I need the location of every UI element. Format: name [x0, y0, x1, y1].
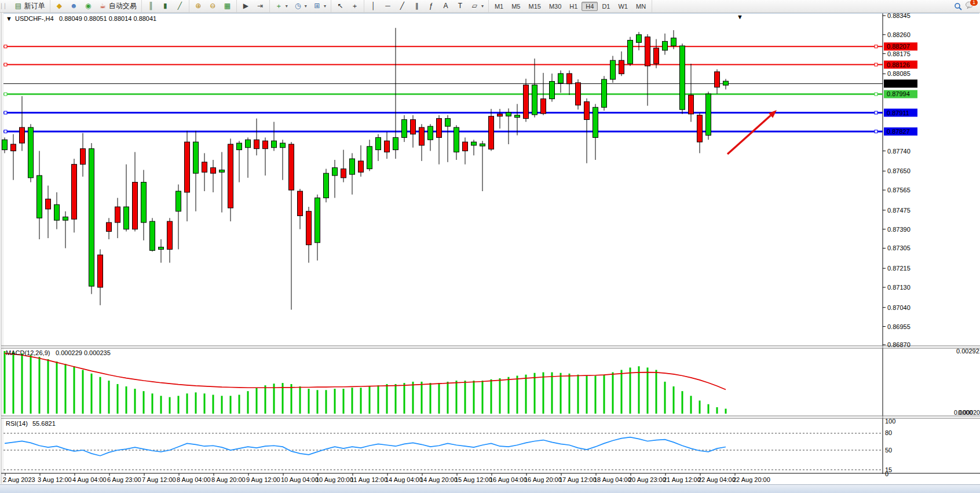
- candle-body: [107, 222, 112, 231]
- shapes-icon[interactable]: ▱▾: [467, 1, 487, 12]
- toolbar-drag-handle[interactable]: ▏▏: [1, 3, 8, 9]
- candle-body: [298, 191, 303, 216]
- tile-windows-icon[interactable]: ▦: [220, 1, 235, 12]
- rsi-panel: 1008050150: [3, 418, 895, 477]
- vertical-line-icon[interactable]: │: [366, 1, 381, 12]
- candle-body: [532, 85, 537, 115]
- chevron-down-icon: ▾: [481, 3, 484, 9]
- auto-scroll-icon[interactable]: ▶: [239, 1, 253, 12]
- candle-body: [350, 159, 355, 174]
- price-axis: 0.882070.881260.880410.879940.879110.878…: [883, 13, 917, 348]
- chart-menu-triangle[interactable]: ▼: [6, 15, 12, 22]
- line-chart-icon[interactable]: ╱: [173, 1, 187, 12]
- timeframe-h1[interactable]: H1: [565, 2, 582, 11]
- time-tick-label: 7 Aug 12:00: [142, 476, 176, 483]
- candle-body: [124, 207, 129, 229]
- timeframe-mn[interactable]: MN: [632, 2, 650, 11]
- price-tick-label: 0.86955: [887, 323, 910, 330]
- macd-signal-line: [5, 353, 726, 390]
- macd-panel: 0.0029210.00000.000206: [5, 348, 980, 416]
- main-toolbar: ▏▏ ▤新订单◆☻◉☕自动交易║▮╱⊕⊖▦▶⇥＋▾◷▾⊞▾↖＋│─╱∥ƒAT▱▾…: [0, 0, 980, 13]
- time-tick-label: 2 Aug 2023: [3, 476, 35, 483]
- price-tick-label: 0.87130: [887, 284, 910, 291]
- publish-icon[interactable]: ◆: [52, 1, 67, 12]
- macd-axis-bottom: 0.000206: [958, 409, 980, 416]
- rsi-axis-label: 50: [885, 447, 892, 454]
- rsi-axis-label: 80: [885, 429, 892, 436]
- timeframe-d1[interactable]: D1: [598, 2, 614, 11]
- chart-canvas[interactable]: 0.0029210.00000.000206 1008050150 0.8820…: [0, 13, 980, 484]
- bar-chart-icon[interactable]: ║: [144, 1, 158, 12]
- fibonacci-icon[interactable]: ƒ: [424, 1, 438, 12]
- timeframe-w1[interactable]: W1: [614, 2, 632, 11]
- autotrade-button[interactable]: ☕自动交易: [96, 0, 140, 12]
- indicators-icon[interactable]: ＋▾: [272, 1, 291, 12]
- horizontal-line-icon[interactable]: ─: [381, 1, 395, 12]
- publish-icon: ◆: [55, 2, 64, 10]
- signal-icon[interactable]: ◉: [81, 1, 96, 12]
- price-badge-label: 0.87911: [887, 109, 909, 116]
- profile-icon: ☻: [70, 2, 78, 10]
- timeframe-m30[interactable]: M30: [545, 2, 565, 11]
- line-end-marker[interactable]: [875, 63, 877, 66]
- price-badge-label: 0.87827: [887, 128, 910, 135]
- templates-icon[interactable]: ⊞▾: [310, 1, 329, 12]
- profile-icon[interactable]: ☻: [67, 1, 81, 12]
- candle-body: [506, 112, 511, 116]
- time-tick-label: 18 Aug 04:00: [594, 476, 631, 483]
- price-tick-label: 0.87390: [887, 226, 910, 233]
- line-end-marker[interactable]: [875, 111, 877, 114]
- candle-body: [419, 127, 425, 145]
- notification-badge: 1: [970, 0, 978, 6]
- auto-scroll-icon: ▶: [242, 2, 250, 10]
- equidistant-channel-icon[interactable]: ∥: [409, 1, 424, 12]
- line-end-marker[interactable]: [4, 130, 7, 133]
- candle-body: [246, 140, 251, 148]
- candle-body: [498, 114, 503, 116]
- text-icon[interactable]: A: [438, 1, 453, 12]
- price-tick-label: 0.87565: [887, 187, 910, 193]
- line-end-marker[interactable]: [4, 111, 7, 114]
- timeframe-m1[interactable]: M1: [491, 2, 507, 11]
- candle-body: [72, 165, 77, 220]
- line-end-marker[interactable]: [875, 93, 877, 96]
- tile-windows-icon: ▦: [223, 2, 232, 10]
- window-bottom-edge: [0, 484, 980, 493]
- candle-body: [211, 167, 216, 173]
- candle-body: [159, 247, 164, 250]
- line-end-marker[interactable]: [875, 45, 877, 48]
- new-order-button[interactable]: ▤新订单: [11, 0, 48, 12]
- timeframe-m5[interactable]: M5: [507, 2, 524, 11]
- search-icon[interactable]: [951, 1, 965, 12]
- price-tick-label: 0.87475: [887, 207, 910, 214]
- zoom-out-icon[interactable]: ⊖: [206, 1, 220, 12]
- time-tick-label: 16 Aug 04:00: [489, 476, 527, 483]
- chat-button[interactable]: 1: [965, 1, 974, 11]
- label-icon[interactable]: T: [453, 1, 467, 12]
- chart-shift-icon[interactable]: ⇥: [253, 1, 268, 12]
- zoom-out-icon: ⊖: [209, 2, 217, 10]
- candle-body: [133, 182, 138, 229]
- timeframe-m15[interactable]: M15: [524, 2, 544, 11]
- candlestick-chart-icon[interactable]: ▮: [158, 1, 173, 12]
- cursor-icon[interactable]: ↖: [333, 1, 348, 12]
- candle-body: [289, 144, 294, 190]
- scroll-to-end-marker[interactable]: ▼: [737, 13, 743, 20]
- crosshair-icon[interactable]: ＋: [348, 1, 362, 12]
- zoom-in-icon[interactable]: ⊕: [191, 1, 206, 12]
- candle-body: [367, 147, 372, 169]
- candle-body: [680, 46, 685, 109]
- time-tick-label: 3 Aug 12:00: [38, 476, 72, 483]
- trendline-icon[interactable]: ╱: [395, 1, 409, 12]
- horizontal-line-icon: ─: [383, 2, 392, 10]
- line-end-marker[interactable]: [875, 130, 877, 133]
- vertical-line-icon: │: [369, 2, 378, 10]
- timeframe-h4[interactable]: H4: [582, 2, 598, 11]
- line-end-marker[interactable]: [4, 63, 7, 66]
- trendline-icon: ╱: [398, 2, 407, 10]
- periods-icon[interactable]: ◷▾: [291, 1, 310, 12]
- line-end-marker[interactable]: [4, 45, 7, 48]
- line-end-marker[interactable]: [4, 93, 7, 96]
- candle-body: [602, 79, 607, 107]
- line-chart-icon: ╱: [175, 2, 184, 10]
